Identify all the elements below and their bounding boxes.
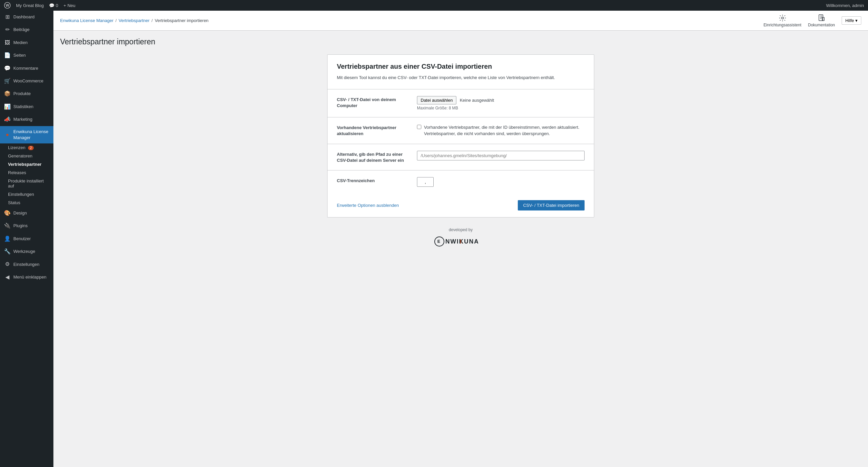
sidebar-item-enwikuna[interactable]: ● Enwikuna License Manager: [0, 126, 54, 143]
file-none-label: Keine ausgewählt: [460, 98, 494, 103]
main-content: Enwikuna License Manager / Vertriebspart…: [54, 11, 868, 467]
submenu-generatoren[interactable]: Generatoren: [0, 152, 54, 160]
adminbar-comments[interactable]: 💬 0: [49, 3, 58, 8]
svg-text:NWIKUNA: NWIKUNA: [445, 238, 479, 245]
sidebar-item-design[interactable]: 🎨 Design: [0, 207, 54, 220]
chevron-down-icon: ▾: [855, 18, 858, 23]
update-existing-control: Vorhandene Vertriebspartner, die mit der…: [417, 124, 585, 137]
update-existing-label: Vorhandene Vertriebspartner aktualisiere…: [337, 124, 410, 137]
plus-icon: +: [63, 3, 66, 8]
breadcrumb-enwikuna[interactable]: Enwikuna License Manager: [60, 18, 114, 23]
seiten-icon: 📄: [4, 52, 11, 59]
adminbar-site-name[interactable]: My Great Blog: [16, 3, 44, 8]
adminbar-welcome: Willkommen, admin: [826, 3, 864, 8]
svg-text:W: W: [6, 3, 9, 7]
submenu-einstellungen[interactable]: Einstellungen: [0, 190, 54, 198]
submenu-produkte-installiert[interactable]: Produkte installiert auf: [0, 177, 54, 190]
card-title: Vertriebspartner aus einer CSV-Datei imp…: [337, 63, 585, 70]
help-button[interactable]: Hilfe ▾: [842, 16, 861, 25]
svg-rect-4: [822, 18, 824, 21]
statistiken-icon: 📊: [4, 103, 11, 110]
documentation-icon: [817, 14, 826, 22]
file-upload-control: Datei auswählen Keine ausgewählt Maximal…: [417, 96, 585, 110]
submenu-lizenzen[interactable]: Lizenzen 2: [0, 143, 54, 152]
admin-bar: W My Great Blog 💬 0 + Neu Willkommen, ad…: [0, 0, 868, 11]
wp-logo-icon: W: [4, 2, 11, 9]
update-existing-checkbox[interactable]: [417, 125, 421, 129]
documentation-button[interactable]: Dokumentation: [808, 14, 835, 27]
sidebar-item-einstellungen[interactable]: ⚙ Einstellungen: [0, 258, 54, 270]
server-path-row: Alternativ, gib den Pfad zu einer CSV-Da…: [328, 144, 594, 170]
breadcrumb-vertriebspartner[interactable]: Vertriebspartner: [119, 18, 150, 23]
sidebar-item-menu-einklappen[interactable]: ◀ Menü einklappen: [0, 271, 54, 283]
plugins-icon: 🔌: [4, 222, 11, 230]
update-existing-text: Vorhandene Vertriebspartner, die mit der…: [424, 124, 585, 137]
enwikuna-submenu: Lizenzen 2 Generatoren Vertriebspartner …: [0, 143, 54, 207]
comment-icon: 💬: [49, 3, 54, 8]
setup-wizard-icon: [778, 14, 786, 22]
sidebar-item-plugins[interactable]: 🔌 Plugins: [0, 220, 54, 232]
submenu-releases[interactable]: Releases: [0, 168, 54, 177]
sidebar-item-marketing[interactable]: 📣 Marketing: [0, 113, 54, 126]
sidebar: ⊞ Dashboard ✏ Beiträge 🖼 Medien 📄 Seiten…: [0, 11, 54, 467]
card-header: Vertriebspartner aus einer CSV-Datei imp…: [328, 55, 594, 90]
card-body: CSV- / TXT-Datei von deinem Computer Dat…: [328, 90, 594, 194]
file-upload-area: Datei auswählen Keine ausgewählt: [417, 96, 585, 104]
page-content: Vertriebspartner importieren Vertriebspa…: [54, 31, 868, 265]
sidebar-item-woocommerce[interactable]: 🛒 WooCommerce: [0, 75, 54, 88]
adminbar-new[interactable]: + Neu: [63, 3, 75, 8]
file-max-size: Maximale Größe: 8 MB: [417, 106, 585, 110]
file-upload-label: CSV- / TXT-Datei von deinem Computer: [337, 96, 410, 109]
marketing-icon: 📣: [4, 116, 11, 123]
collapse-icon: ◀: [4, 273, 11, 281]
dashboard-icon: ⊞: [4, 13, 11, 21]
server-path-label: Alternativ, gib den Pfad zu einer CSV-Da…: [337, 151, 410, 163]
hide-advanced-options-link[interactable]: Erweiterte Optionen ausblenden: [337, 203, 399, 208]
page-footer: developed by E NWIKUNA: [60, 218, 861, 258]
sidebar-item-statistiken[interactable]: 📊 Statistiken: [0, 100, 54, 113]
import-card: Vertriebspartner aus einer CSV-Datei imp…: [327, 54, 594, 218]
import-button[interactable]: CSV- / TXT-Datei importieren: [518, 200, 585, 210]
page-header: Enwikuna License Manager / Vertriebspart…: [54, 11, 868, 31]
benutzer-icon: 👤: [4, 235, 11, 242]
beitraege-icon: ✏: [4, 26, 11, 33]
choose-file-button[interactable]: Datei auswählen: [417, 96, 456, 104]
sidebar-item-kommentare[interactable]: 💬 Kommentare: [0, 62, 54, 75]
enwikuna-icon: ●: [4, 131, 11, 138]
sidebar-item-medien[interactable]: 🖼 Medien: [0, 36, 54, 49]
kommentare-icon: 💬: [4, 65, 11, 72]
page-title: Vertriebspartner importieren: [60, 37, 861, 46]
card-footer: Erweiterte Optionen ausblenden CSV- / TX…: [328, 194, 594, 217]
developed-by-text: developed by: [67, 228, 855, 232]
svg-text:E: E: [437, 239, 440, 244]
werkzeuge-icon: 🔧: [4, 248, 11, 255]
setup-wizard-button[interactable]: Einrichtungsassistent: [764, 14, 801, 27]
enwikuna-logo: E NWIKUNA: [67, 235, 855, 248]
produkte-icon: 📦: [4, 90, 11, 97]
sidebar-item-seiten[interactable]: 📄 Seiten: [0, 49, 54, 62]
sidebar-item-dashboard[interactable]: ⊞ Dashboard: [0, 11, 54, 23]
enwikuna-logo-svg: E NWIKUNA: [434, 235, 488, 248]
sidebar-item-werkzeuge[interactable]: 🔧 Werkzeuge: [0, 245, 54, 258]
submenu-vertriebspartner[interactable]: Vertriebspartner: [0, 160, 54, 168]
update-existing-row: Vorhandene Vertriebspartner aktualisiere…: [328, 118, 594, 144]
sidebar-item-benutzer[interactable]: 👤 Benutzer: [0, 233, 54, 245]
woocommerce-icon: 🛒: [4, 77, 11, 85]
medien-icon: 🖼: [4, 39, 11, 46]
design-icon: 🎨: [4, 209, 11, 217]
breadcrumb: Enwikuna License Manager / Vertriebspart…: [60, 18, 209, 23]
breadcrumb-current: Vertriebspartner importieren: [155, 18, 208, 23]
separator-input[interactable]: [417, 177, 434, 187]
einstellungen-icon: ⚙: [4, 261, 11, 268]
separator-control: [417, 177, 585, 187]
svg-point-2: [781, 17, 783, 19]
update-existing-checkbox-label: Vorhandene Vertriebspartner, die mit der…: [417, 124, 585, 137]
sidebar-item-beitraege[interactable]: ✏ Beiträge: [0, 23, 54, 36]
separator-label: CSV-Trennzeichen: [337, 177, 410, 184]
header-actions: Einrichtungsassistent Dokumentation Hilf…: [764, 14, 861, 27]
file-upload-row: CSV- / TXT-Datei von deinem Computer Dat…: [328, 90, 594, 118]
server-path-input[interactable]: [417, 151, 585, 161]
sidebar-item-produkte[interactable]: 📦 Produkte: [0, 88, 54, 100]
separator-row: CSV-Trennzeichen: [328, 170, 594, 194]
submenu-status[interactable]: Status: [0, 198, 54, 207]
